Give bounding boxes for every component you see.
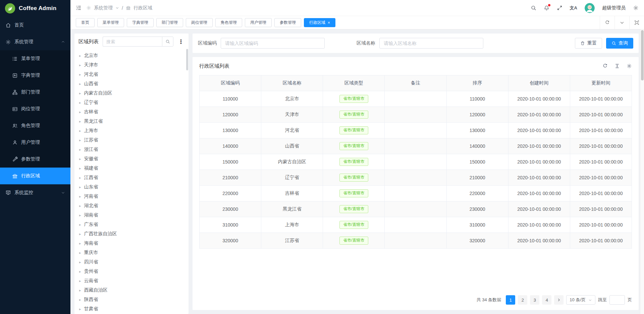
tree-item[interactable]: ▸ 福建省 bbox=[74, 164, 189, 173]
tree-expand-icon[interactable]: ▸ bbox=[79, 241, 81, 246]
sidebar-item-home[interactable]: 首页 bbox=[0, 17, 70, 34]
content-fullscreen-icon[interactable] bbox=[629, 16, 644, 29]
tree-item[interactable]: ▸ 四川省 bbox=[74, 257, 189, 267]
table-row[interactable]: 320000 江苏省 省市/直辖市 320000 2020-10-01 00:0… bbox=[200, 233, 632, 249]
tree-expand-icon[interactable]: ▸ bbox=[79, 251, 81, 255]
table-row[interactable]: 130000 河北省 省市/直辖市 130000 2020-10-01 00:0… bbox=[200, 123, 632, 138]
tree-search-button[interactable] bbox=[162, 37, 173, 47]
tree-expand-icon[interactable]: ▸ bbox=[79, 176, 81, 180]
tree-item[interactable]: ▸ 海南省 bbox=[74, 239, 189, 248]
tab[interactable]: 菜单管理 bbox=[97, 18, 124, 27]
tree-expand-icon[interactable]: ▸ bbox=[79, 260, 81, 264]
tab[interactable]: 首页 bbox=[76, 18, 95, 27]
fullscreen-icon[interactable] bbox=[557, 5, 562, 11]
tree-item[interactable]: ▸ 辽宁省 bbox=[74, 98, 189, 107]
tree-expand-icon[interactable]: ▸ bbox=[79, 279, 81, 283]
table-row[interactable]: 310000 上海市 省市/直辖市 310000 2020-10-01 00:0… bbox=[200, 217, 632, 233]
tree-expand-icon[interactable]: ▸ bbox=[79, 101, 81, 105]
settings-gear-icon[interactable] bbox=[633, 5, 639, 11]
breadcrumb-root[interactable]: 系统管理 bbox=[94, 5, 113, 11]
tree-expand-icon[interactable]: ▸ bbox=[79, 147, 81, 152]
tree-expand-icon[interactable]: ▸ bbox=[79, 185, 81, 189]
tree-expand-icon[interactable]: ▸ bbox=[79, 223, 81, 227]
tree-item[interactable]: ▸ 江西省 bbox=[74, 173, 189, 182]
tree-expand-icon[interactable]: ▸ bbox=[79, 269, 81, 274]
tree-item[interactable]: ▸ 北京市 bbox=[74, 51, 189, 60]
page-button-2[interactable]: 2 bbox=[518, 295, 527, 305]
table-row[interactable]: 140000 山西省 省市/直辖市 140000 2020-10-01 00:0… bbox=[200, 138, 632, 154]
tab[interactable]: 角色管理 bbox=[215, 18, 242, 27]
page-size-select[interactable]: 10 条/页 bbox=[566, 295, 595, 305]
tree-scrollbar-thumb[interactable] bbox=[186, 49, 188, 70]
tree-search-input[interactable] bbox=[103, 37, 162, 47]
table-row[interactable]: 210000 辽宁省 省市/直辖市 210000 2020-10-01 00:0… bbox=[200, 170, 632, 186]
tree-expand-icon[interactable]: ▸ bbox=[79, 138, 81, 142]
refresh-table-icon[interactable] bbox=[602, 63, 608, 69]
tree-item[interactable]: ▸ 云南省 bbox=[74, 276, 189, 286]
sidebar-item-dict-mgmt[interactable]: 字典管理 bbox=[0, 67, 70, 84]
sidebar-item-dept-mgmt[interactable]: 部门管理 bbox=[0, 84, 70, 101]
tree-item[interactable]: ▸ 河北省 bbox=[74, 70, 189, 79]
table-row[interactable]: 230000 黑龙江省 省市/直辖市 230000 2020-10-01 00:… bbox=[200, 201, 632, 217]
user-name[interactable]: 超级管理员 bbox=[602, 5, 626, 11]
tab[interactable]: 用户管理 bbox=[245, 18, 272, 27]
page-scrollbar-thumb[interactable] bbox=[641, 30, 644, 80]
tree-item[interactable]: ▸ 上海市 bbox=[74, 126, 189, 135]
sidebar-item-menu-mgmt[interactable]: 菜单管理 bbox=[0, 50, 70, 67]
tree-item[interactable]: ▸ 甘肃省 bbox=[74, 304, 189, 314]
search-button[interactable]: 查询 bbox=[606, 38, 633, 49]
translate-icon[interactable]: 文A bbox=[570, 5, 577, 11]
tree-item[interactable]: ▸ 湖南省 bbox=[74, 210, 189, 220]
sidebar-item-system[interactable]: 系统管理 bbox=[0, 34, 70, 50]
tree-item[interactable]: ▸ 广东省 bbox=[74, 220, 189, 229]
jump-page-input[interactable] bbox=[609, 295, 625, 305]
collapse-sidebar-icon[interactable] bbox=[76, 5, 82, 11]
tree-expand-icon[interactable]: ▸ bbox=[79, 63, 81, 67]
tree-item[interactable]: ▸ 山东省 bbox=[74, 182, 189, 192]
page-button-1[interactable]: 1 bbox=[506, 295, 515, 305]
tab-active[interactable]: 行政区域 × bbox=[304, 18, 335, 27]
sidebar-item-post-mgmt[interactable]: 岗位管理 bbox=[0, 101, 70, 117]
sidebar-item-role-mgmt[interactable]: 角色管理 bbox=[0, 117, 70, 134]
tree-expand-icon[interactable]: ▸ bbox=[79, 129, 81, 133]
tree-expand-icon[interactable]: ▸ bbox=[79, 110, 81, 114]
table-settings-gear-icon[interactable] bbox=[627, 63, 632, 69]
page-button-3[interactable]: 3 bbox=[530, 295, 539, 305]
close-icon[interactable]: × bbox=[328, 21, 330, 25]
table-row[interactable]: 120000 天津市 省市/直辖市 120000 2020-10-01 00:0… bbox=[200, 107, 632, 123]
tree-item[interactable]: ▸ 重庆市 bbox=[74, 248, 189, 257]
region-code-input[interactable] bbox=[221, 38, 325, 49]
tree-item[interactable]: ▸ 广西壮族自治区 bbox=[74, 229, 189, 239]
notification-bell-icon[interactable] bbox=[544, 5, 549, 11]
tree-item[interactable]: ▸ 天津市 bbox=[74, 60, 189, 70]
kebab-menu-icon[interactable]: ⋮ bbox=[177, 39, 184, 45]
tab[interactable]: 参数管理 bbox=[274, 18, 301, 27]
tree-item[interactable]: ▸ 安徽省 bbox=[74, 154, 189, 164]
tree-expand-icon[interactable]: ▸ bbox=[79, 298, 81, 302]
tabs-dropdown-icon[interactable] bbox=[614, 16, 629, 29]
row-height-icon[interactable] bbox=[614, 63, 620, 69]
tree-expand-icon[interactable]: ▸ bbox=[79, 194, 81, 199]
tree-item[interactable]: ▸ 河南省 bbox=[74, 192, 189, 201]
region-name-input[interactable] bbox=[379, 38, 483, 49]
tree-item[interactable]: ▸ 陕西省 bbox=[74, 295, 189, 304]
page-scrollbar[interactable] bbox=[640, 29, 644, 314]
sidebar-item-param-mgmt[interactable]: 参数管理 bbox=[0, 151, 70, 168]
tab[interactable]: 岗位管理 bbox=[186, 18, 213, 27]
table-row[interactable]: 150000 内蒙古自治区 省市/直辖市 150000 2020-10-01 0… bbox=[200, 154, 632, 170]
tree-expand-icon[interactable]: ▸ bbox=[79, 232, 81, 236]
table-row[interactable]: 110000 北京市 省市/直辖市 110000 2020-10-01 00:0… bbox=[200, 91, 632, 107]
tab[interactable]: 部门管理 bbox=[156, 18, 183, 27]
tree-expand-icon[interactable]: ▸ bbox=[79, 288, 81, 293]
tree-item[interactable]: ▸ 贵州省 bbox=[74, 267, 189, 276]
tree-item[interactable]: ▸ 西藏自治区 bbox=[74, 286, 189, 295]
tree-expand-icon[interactable]: ▸ bbox=[79, 72, 81, 77]
sidebar-item-admin-region[interactable]: 行政区域 bbox=[0, 168, 70, 184]
tree-expand-icon[interactable]: ▸ bbox=[79, 307, 81, 311]
tree-item[interactable]: ▸ 吉林省 bbox=[74, 107, 189, 117]
tree-expand-icon[interactable]: ▸ bbox=[79, 54, 81, 58]
avatar[interactable] bbox=[585, 3, 595, 13]
tree-item[interactable]: ▸ 江苏省 bbox=[74, 135, 189, 145]
search-icon[interactable] bbox=[531, 5, 536, 11]
tree-item[interactable]: ▸ 山西省 bbox=[74, 79, 189, 88]
